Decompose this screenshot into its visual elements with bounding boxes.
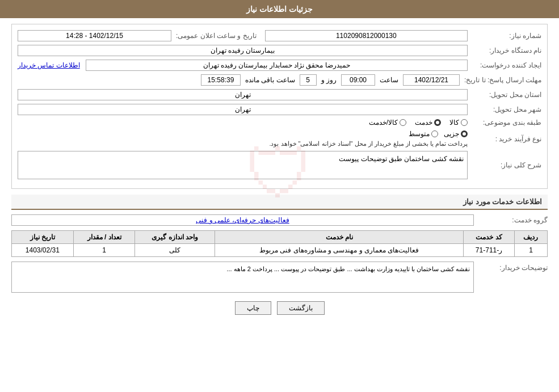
service-group-row: گروه خدمت: فعالیت‌های حرفه‌ای، علمی و فن…	[11, 214, 548, 226]
col-quantity: تعداد / مقدار	[73, 231, 135, 244]
reply-date-value: 1402/12/21	[403, 74, 460, 86]
services-section-title: اطلاعات خدمات مورد نیاز	[11, 195, 548, 210]
classification-service[interactable]: خدمت	[415, 119, 441, 127]
table-row: 1 ر-711-71 فعالیت‌های معماری و مهندسی و …	[12, 244, 548, 257]
org-name-label: نام دستگاه خریدار:	[468, 47, 541, 54]
purchase-type-label: نوع فرآیند خرید :	[468, 135, 541, 143]
reply-days-label: روز و	[321, 76, 337, 84]
radio-partial-icon	[461, 130, 468, 137]
province-row: استان محل تحویل: تهران	[18, 89, 541, 100]
classification-label: طبقه بندی موضوعی:	[468, 119, 541, 127]
cell-row-num: 1	[514, 244, 547, 257]
classification-radio-group: کالا خدمت کالا/خدمت	[369, 119, 468, 127]
radio-goods-service-icon	[400, 119, 406, 126]
classification-row: طبقه بندی موضوعی: کالا خدمت کالا/خدمت	[18, 119, 541, 127]
buyer-desc-label: توضیحات خریدار:	[474, 262, 548, 272]
cell-quantity: 1	[73, 244, 135, 257]
creator-label: ایجاد کننده درخواست:	[468, 61, 541, 69]
province-value: تهران	[18, 89, 468, 100]
services-table: ردیف کد خدمت نام خدمت واحد اندازه گیری ت…	[11, 230, 548, 257]
main-info-section: شماره نیاز: 1102090812000130 تاریخ و ساع…	[11, 24, 548, 189]
cell-unit: کلی	[135, 244, 215, 257]
need-number-value: 1102090812000130	[265, 30, 468, 41]
org-name-value: بیمارستان رفیده تهران	[18, 45, 468, 56]
need-number-row: شماره نیاز: 1102090812000130 تاریخ و ساع…	[18, 30, 541, 41]
service-group-label: گروه خدمت:	[474, 216, 548, 224]
province-label: استان محل تحویل:	[468, 91, 541, 99]
purchase-medium[interactable]: متوسط	[409, 130, 438, 138]
back-button[interactable]: بازگشت	[277, 301, 325, 315]
page-header: جزئیات اطلاعات نیاز	[0, 0, 559, 18]
col-service-code: کد خدمت	[464, 231, 515, 244]
city-label: شهر محل تحویل:	[468, 106, 541, 113]
print-button[interactable]: چاپ	[235, 301, 271, 315]
contact-link[interactable]: اطلاعات تماس خریدار	[18, 61, 80, 69]
need-description-row: شرح کلی نیاز: نقشه کشی ساختمان طبق توضیح…	[18, 151, 541, 179]
announcement-date-label: تاریخ و ساعت اعلان عمومی:	[171, 32, 257, 40]
need-description-value: نقشه کشی ساختمان طبق توضیحات پیوست	[18, 151, 468, 179]
reply-time-value: 09:00	[341, 74, 375, 86]
cell-service-name: فعالیت‌های معماری و مهندسی و مشاوره‌های …	[215, 244, 464, 257]
buyer-desc-row: توضیحات خریدار: نقشه کشی ساختمان با تایی…	[11, 262, 548, 293]
radio-service-icon	[434, 119, 441, 126]
reply-remaining-value: 15:58:39	[201, 74, 241, 86]
reply-deadline-label: مهلت ارسال پاسخ: تا تاریخ:	[460, 76, 541, 84]
need-description-label: شرح کلی نیاز:	[468, 161, 541, 169]
button-row: بازگشت چاپ	[11, 301, 548, 315]
purchase-radio-group: جزیی متوسط	[18, 130, 468, 138]
announcement-date-value: 1402/12/15 - 14:28	[18, 30, 171, 41]
radio-medium-icon	[431, 130, 438, 137]
reply-remaining-label: ساعت باقی مانده	[245, 76, 295, 84]
need-number-label: شماره نیاز:	[468, 32, 541, 40]
col-service-name: نام خدمت	[215, 231, 464, 244]
city-value: تهران	[18, 104, 468, 115]
purchase-partial[interactable]: جزیی	[444, 130, 468, 138]
creator-value: حمیدرضا محقق نژاد حسابدار بیمارستان رفید…	[86, 60, 468, 71]
purchase-type-description: پرداخت تمام یا بخشی از مبلغ خریدار از مح…	[18, 140, 468, 147]
purchase-type-row: نوع فرآیند خرید : جزیی متوسط پرداخت تمام…	[18, 130, 541, 147]
buyer-desc-box: نقشه کشی ساختمان با تاییدیه وزارت بهداشت…	[11, 262, 474, 293]
col-unit: واحد اندازه گیری	[135, 231, 215, 244]
col-row-num: ردیف	[514, 231, 547, 244]
col-date: تاریخ نیاز	[12, 231, 74, 244]
reply-days-value: 5	[300, 74, 317, 86]
reply-deadline-row: مهلت ارسال پاسخ: تا تاریخ: 1402/12/21 سا…	[18, 74, 541, 86]
city-row: شهر محل تحویل: تهران	[18, 104, 541, 115]
classification-goods-service[interactable]: کالا/خدمت	[369, 119, 406, 127]
service-group-value: فعالیت‌های حرفه‌ای، علمی و فنی	[11, 214, 474, 226]
org-name-row: نام دستگاه خریدار: بیمارستان رفیده تهران	[18, 45, 541, 56]
reply-time-label: ساعت	[380, 76, 398, 84]
cell-service-code: ر-711-71	[464, 244, 515, 257]
creator-row: ایجاد کننده درخواست: حمیدرضا محقق نژاد ح…	[18, 60, 541, 71]
classification-goods[interactable]: کالا	[449, 119, 468, 127]
page-title: جزئیات اطلاعات نیاز	[246, 5, 313, 14]
radio-goods-icon	[461, 119, 468, 126]
cell-date: 1403/02/31	[12, 244, 74, 257]
